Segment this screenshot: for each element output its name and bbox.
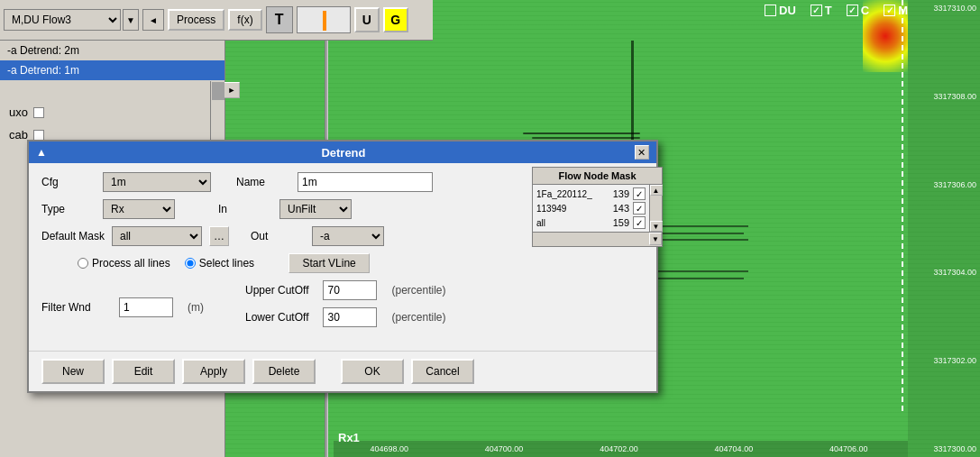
m-checkbox-item[interactable]: M	[884, 4, 908, 17]
du-checkbox-item[interactable]: DU	[765, 4, 796, 17]
new-button[interactable]: New	[41, 359, 105, 384]
fx-button[interactable]: f(x)	[228, 9, 261, 31]
scrollbar-thumb[interactable]	[212, 82, 224, 100]
du-label: DU	[779, 4, 796, 17]
flow-num-1: 139	[606, 188, 633, 199]
type-label: Type	[41, 203, 96, 215]
flow-chk-1[interactable]: ✓	[633, 187, 646, 200]
cfg-label: Cfg	[41, 176, 96, 188]
flow-row-1: 1Fa_220112_ 139 ✓	[535, 187, 647, 201]
in-label: In	[218, 203, 272, 215]
uxo-checkbox[interactable]	[33, 107, 44, 118]
m-checkbox[interactable]	[884, 5, 895, 16]
flow-select[interactable]: M,DU Flow3	[4, 9, 121, 31]
flow-num-3: 159	[606, 217, 633, 228]
left-nav-btn[interactable]: ◄	[142, 9, 164, 31]
mask-dots-button[interactable]: …	[209, 226, 229, 246]
dropdown-arrow-btn[interactable]: ▼	[123, 9, 139, 31]
left-panel-item-2[interactable]: -a Detrend: 1m	[0, 60, 224, 80]
type-select[interactable]: Rx	[103, 199, 175, 219]
t-label: T	[266, 6, 293, 33]
upper-cutoff-input[interactable]	[323, 280, 377, 300]
m-label: M	[898, 4, 908, 17]
dialog-close-button[interactable]: ✕	[635, 145, 649, 160]
c-label: C	[861, 4, 869, 17]
delete-button[interactable]: Delete	[252, 359, 316, 384]
flow-name-1: 1Fa_220112_	[536, 189, 606, 199]
top-toolbar: M,DU Flow3 ▼ ◄ Process f(x) T U G	[0, 0, 433, 41]
default-mask-select[interactable]: all	[112, 226, 202, 246]
y-label-2: 3317308.00	[908, 92, 980, 101]
dashed-vertical-line	[902, 0, 903, 411]
rx1-label: Rx1	[338, 431, 360, 444]
radio-select-lines[interactable]: Select lines	[185, 257, 254, 270]
x-axis: 404698.00 404700.00 404702.00 404704.00 …	[334, 441, 908, 457]
t-checkbox-item[interactable]: T	[811, 4, 832, 17]
x-label-3: 404702.00	[600, 444, 642, 453]
y-axis: 3317310.00 3317308.00 3317306.00 3317304…	[908, 0, 980, 457]
x-label-1: 404698.00	[370, 444, 412, 453]
c-checkbox-item[interactable]: C	[847, 4, 869, 17]
flow-panel-content: 1Fa_220112_ 139 ✓ 113949 143 ✓ all 159 ✓…	[533, 185, 662, 232]
t-label: T	[825, 4, 832, 17]
ok-button[interactable]: OK	[341, 359, 404, 384]
c-checkbox[interactable]	[847, 5, 858, 16]
lower-cutoff-unit: (percentile)	[391, 311, 445, 324]
uxo-row: uxo	[7, 102, 217, 123]
x-label-5: 404706.00	[829, 444, 872, 453]
radio-process-all-label: Process all lines	[92, 257, 170, 270]
dialog-footer: New Edit Apply Delete OK Cancel	[29, 351, 656, 391]
y-label-1: 3317310.00	[908, 4, 980, 13]
cfg-select[interactable]: 1m	[103, 172, 211, 192]
du-checkbox[interactable]	[765, 5, 776, 16]
cab-checkbox[interactable]	[33, 130, 44, 141]
dialog-titlebar: ▲ Detrend ✕	[29, 142, 656, 163]
x-label-4: 404704.00	[715, 444, 757, 453]
filter-section: Filter Wnd (m) Upper CutOff (percentile)…	[41, 280, 644, 334]
t-checkbox[interactable]	[811, 5, 822, 16]
scroll-up-btn[interactable]: ▲	[650, 185, 663, 196]
out-select[interactable]: -a	[312, 226, 384, 246]
filter-wnd-input[interactable]	[119, 297, 173, 317]
dialog-icon: ▲	[36, 146, 47, 159]
start-vline-button[interactable]: Start VLine	[289, 253, 370, 273]
process-button[interactable]: Process	[168, 9, 224, 31]
left-panel-item-1[interactable]: -a Detrend: 2m	[0, 41, 224, 60]
y-label-3: 3317306.00	[908, 180, 980, 189]
u-button[interactable]: U	[354, 7, 380, 32]
edit-button[interactable]: Edit	[112, 359, 175, 384]
panel-nav-btn[interactable]: ►	[224, 82, 240, 98]
radio-process-all[interactable]: Process all lines	[78, 257, 170, 270]
flow-chk-3[interactable]: ✓	[633, 216, 646, 229]
in-select[interactable]: UnFilt	[279, 199, 352, 219]
flow-name-3: all	[536, 218, 606, 228]
g-button[interactable]: G	[383, 7, 408, 32]
lower-cutoff-input[interactable]	[323, 307, 377, 327]
cancel-button[interactable]: Cancel	[411, 359, 474, 384]
flow-chk-2[interactable]: ✓	[633, 202, 646, 215]
radio-process-all-input[interactable]	[78, 258, 88, 269]
scroll-indicator[interactable]	[297, 6, 351, 33]
radio-select-lines-input[interactable]	[185, 258, 196, 269]
dialog-title: Detrend	[321, 146, 365, 160]
lower-cutoff-row: Lower CutOff (percentile)	[245, 307, 446, 327]
apply-button[interactable]: Apply	[182, 359, 245, 384]
scroll-down-btn[interactable]: ▼	[650, 221, 663, 232]
flow-panel-scrollbar[interactable]: ▲ ▼	[649, 185, 662, 232]
upper-cutoff-unit: (percentile)	[391, 284, 445, 297]
radio-select-lines-label: Select lines	[199, 257, 254, 270]
default-mask-label: Default Mask	[41, 230, 105, 242]
name-input[interactable]	[298, 172, 433, 192]
flow-panel-footer: ▼	[533, 232, 662, 246]
flow-num-2: 143	[606, 203, 633, 214]
y-label-6: 3317300.00	[908, 444, 980, 453]
flow-scroll-down-btn[interactable]: ▼	[649, 233, 662, 245]
flow-dropdown[interactable]: M,DU Flow3 ▼	[4, 9, 139, 31]
flow-row-3: all 159 ✓	[535, 215, 647, 230]
flow-row-2: 113949 143 ✓	[535, 201, 647, 215]
flow-node-mask-panel: Flow Node Mask 1Fa_220112_ 139 ✓ 113949 …	[532, 167, 663, 247]
geo-line-1	[523, 133, 640, 134]
name-label: Name	[236, 176, 290, 188]
flow-panel-title: Flow Node Mask	[533, 168, 662, 185]
flow-panel-body: 1Fa_220112_ 139 ✓ 113949 143 ✓ all 159 ✓	[533, 185, 649, 232]
